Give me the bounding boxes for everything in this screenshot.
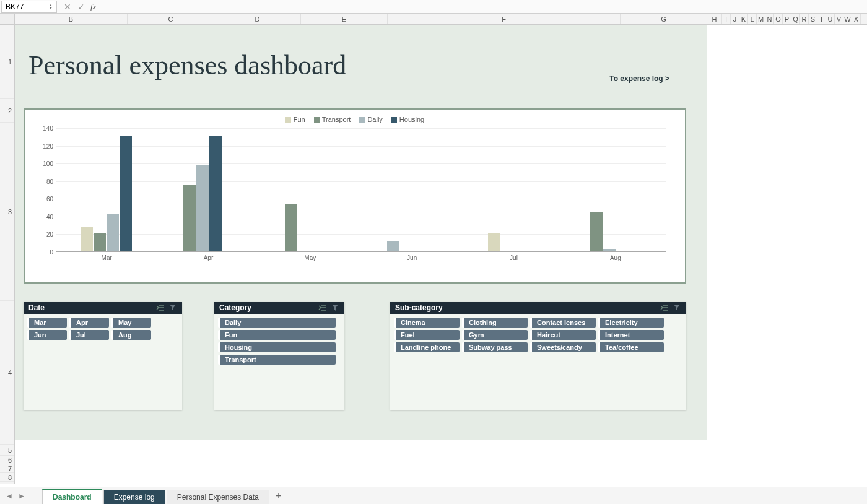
slicer-button[interactable]: Gym bbox=[462, 330, 528, 340]
x-label: Mar bbox=[56, 254, 157, 261]
name-box[interactable]: BK77 ▲▼ bbox=[1, 1, 57, 13]
multiselect-icon[interactable] bbox=[318, 303, 327, 312]
slicer-button[interactable]: Clothing bbox=[462, 318, 528, 328]
column-header-P[interactable]: P bbox=[783, 14, 791, 24]
bar bbox=[196, 165, 209, 251]
slicer-category-title: Category bbox=[219, 303, 251, 312]
row-header-6[interactable]: 6 bbox=[0, 456, 14, 464]
column-header-N[interactable]: N bbox=[765, 14, 774, 24]
legend-item: Daily bbox=[359, 116, 382, 123]
row-header-4[interactable]: 4 bbox=[0, 301, 14, 445]
slicer-button[interactable]: Daily bbox=[218, 318, 336, 328]
slicer-date[interactable]: Date MarAprMayJunJulAug bbox=[24, 302, 182, 410]
slicer-button[interactable]: Internet bbox=[598, 330, 664, 340]
grid-area: 12345678 Personal expenses dashboard To … bbox=[0, 25, 867, 484]
y-tick: 60 bbox=[38, 196, 53, 202]
column-header-X[interactable]: X bbox=[852, 14, 861, 24]
bar-group-Aug bbox=[590, 212, 616, 251]
column-header-K[interactable]: K bbox=[739, 14, 748, 24]
column-header-D[interactable]: D bbox=[214, 14, 301, 24]
y-tick: 40 bbox=[38, 213, 53, 220]
slicer-button[interactable]: Housing bbox=[218, 342, 336, 352]
slicer-button[interactable]: Mar bbox=[27, 318, 67, 328]
slicer-button[interactable]: Subway pass bbox=[462, 342, 528, 352]
slicer-button[interactable]: Tea/coffee bbox=[598, 342, 664, 352]
clear-filter-icon[interactable] bbox=[673, 303, 681, 312]
slicer-category[interactable]: Category DailyFunHousingTransport bbox=[214, 302, 344, 410]
column-header-M[interactable]: M bbox=[757, 14, 765, 24]
expenses-chart[interactable]: FunTransportDailyHousing 020406080100120… bbox=[24, 108, 686, 284]
bar-group-Mar bbox=[81, 136, 132, 251]
slicer-button[interactable]: Fun bbox=[218, 330, 336, 340]
slicer-button[interactable]: Jun bbox=[27, 330, 67, 340]
slicer-button[interactable]: Transport bbox=[218, 355, 336, 365]
multiselect-icon[interactable] bbox=[156, 303, 165, 312]
row-header-1[interactable]: 1 bbox=[0, 25, 14, 99]
bar bbox=[107, 214, 119, 251]
slicer-button[interactable]: Sweets/candy bbox=[530, 342, 596, 352]
column-header-J[interactable]: J bbox=[731, 14, 739, 24]
column-header-V[interactable]: V bbox=[835, 14, 843, 24]
column-header-E[interactable]: E bbox=[301, 14, 388, 24]
chart-x-labels: MarAprMayJunJulAug bbox=[56, 254, 666, 261]
y-tick: 140 bbox=[38, 125, 53, 132]
y-tick: 20 bbox=[38, 231, 53, 238]
chart-legend: FunTransportDailyHousing bbox=[25, 116, 685, 123]
x-label: Aug bbox=[565, 254, 666, 261]
column-header-R[interactable]: R bbox=[800, 14, 809, 24]
select-all-corner[interactable] bbox=[0, 14, 15, 24]
column-header-L[interactable]: L bbox=[748, 14, 757, 24]
column-header-C[interactable]: C bbox=[128, 14, 214, 24]
bar-group-May bbox=[284, 204, 298, 251]
to-expense-log-link[interactable]: To expense log > bbox=[609, 74, 669, 83]
accept-formula-button[interactable]: ✓ bbox=[74, 1, 88, 13]
bar bbox=[285, 204, 297, 251]
slicer-button[interactable]: Jul bbox=[69, 330, 109, 340]
grid-content[interactable]: Personal expenses dashboard To expense l… bbox=[15, 25, 867, 484]
slicer-button[interactable]: Haircut bbox=[530, 330, 596, 340]
formula-input[interactable] bbox=[98, 1, 867, 13]
column-header-T[interactable]: T bbox=[817, 14, 826, 24]
row-header-3[interactable]: 3 bbox=[0, 123, 14, 301]
column-header-U[interactable]: U bbox=[826, 14, 835, 24]
row-header-2[interactable]: 2 bbox=[0, 99, 14, 123]
cancel-formula-button[interactable]: ✕ bbox=[61, 1, 74, 13]
slicer-button[interactable]: Contact lenses bbox=[530, 318, 596, 328]
slicer-button[interactable]: Fuel bbox=[394, 330, 460, 340]
name-box-spinner[interactable]: ▲▼ bbox=[49, 4, 53, 10]
slicer-button[interactable]: Apr bbox=[69, 318, 109, 328]
slicer-button[interactable]: Aug bbox=[111, 330, 151, 340]
row-header-8[interactable]: 8 bbox=[0, 473, 14, 482]
row-header-7[interactable]: 7 bbox=[0, 464, 14, 473]
column-header-W[interactable]: W bbox=[843, 14, 852, 24]
clear-filter-icon[interactable] bbox=[168, 303, 177, 312]
column-header-B[interactable]: B bbox=[15, 14, 128, 24]
column-header-G[interactable]: G bbox=[621, 14, 707, 24]
slicer-category-header: Category bbox=[214, 302, 344, 314]
slicer-button[interactable]: May bbox=[111, 318, 151, 328]
y-tick: 0 bbox=[38, 249, 53, 256]
bar-group-Jun bbox=[386, 241, 400, 251]
bar-group-Jul bbox=[488, 233, 502, 251]
slicer-subcategory-title: Sub-category bbox=[395, 303, 443, 312]
x-label: May bbox=[259, 254, 361, 261]
column-header-F[interactable]: F bbox=[388, 14, 621, 24]
column-header-Q[interactable]: Q bbox=[791, 14, 800, 24]
slicer-button[interactable]: Cinema bbox=[394, 318, 460, 328]
slicer-button[interactable]: Electricity bbox=[598, 318, 664, 328]
slicer-button[interactable]: Landline phone bbox=[394, 342, 460, 352]
multiselect-icon[interactable] bbox=[660, 303, 669, 312]
column-header-H[interactable]: H bbox=[707, 14, 722, 24]
slicer-subcategory[interactable]: Sub-category CinemaClothingContact lense… bbox=[390, 302, 686, 410]
column-header-O[interactable]: O bbox=[774, 14, 783, 24]
bar bbox=[209, 136, 222, 251]
x-label: Jul bbox=[463, 254, 564, 261]
y-tick: 80 bbox=[38, 178, 53, 185]
bar bbox=[183, 185, 196, 251]
column-header-S[interactable]: S bbox=[809, 14, 817, 24]
clear-filter-icon[interactable] bbox=[331, 303, 339, 312]
name-box-value: BK77 bbox=[6, 2, 24, 11]
row-header-5[interactable]: 5 bbox=[0, 445, 14, 456]
column-header-I[interactable]: I bbox=[722, 14, 731, 24]
fx-icon[interactable]: fx bbox=[90, 2, 96, 12]
